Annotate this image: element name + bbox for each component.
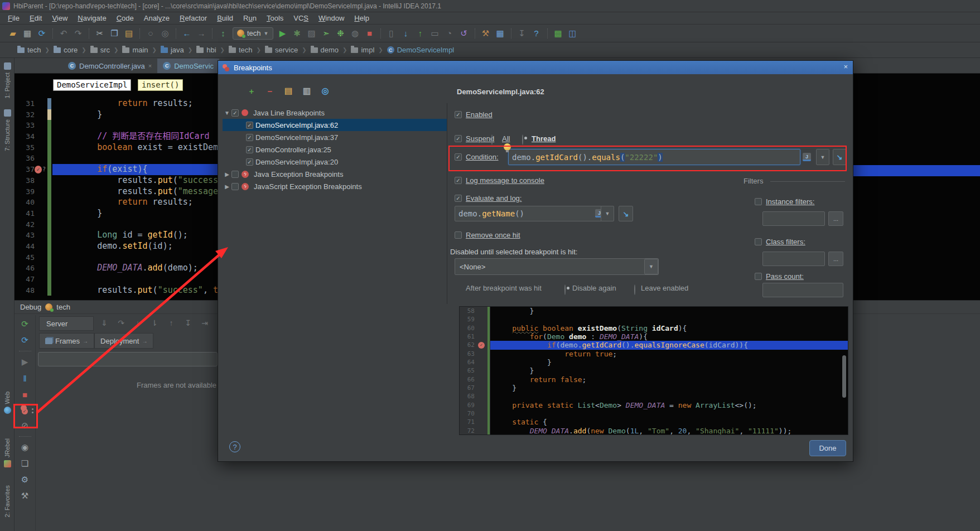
line-number[interactable]: 59 bbox=[460, 315, 476, 324]
line-number[interactable]: 63 bbox=[460, 350, 476, 358]
scrollbar-thumb[interactable] bbox=[842, 355, 846, 398]
chevron-collapsed-icon[interactable]: ▶ bbox=[223, 171, 231, 177]
menu-item-help[interactable]: Help bbox=[350, 13, 374, 23]
sidebar-item-web[interactable]: Web bbox=[0, 392, 15, 414]
line-number[interactable]: 34 bbox=[15, 131, 35, 142]
disabled-until-select[interactable]: <None> bbox=[455, 258, 659, 275]
dialog-title-bar[interactable]: Breakpoints × bbox=[218, 61, 853, 74]
step-into-icon[interactable]: ↓ bbox=[132, 317, 144, 329]
pass-count-input[interactable] bbox=[762, 283, 843, 297]
line-number[interactable]: 37 bbox=[15, 164, 35, 175]
undo-icon[interactable]: ↶ bbox=[56, 27, 71, 40]
help-button[interactable]: ? bbox=[229, 441, 240, 452]
line-number[interactable]: 31 bbox=[15, 98, 35, 109]
tree-checkbox[interactable] bbox=[231, 183, 239, 190]
menu-item-edit[interactable]: Edit bbox=[25, 13, 46, 23]
rerun-icon[interactable]: ⟳ bbox=[19, 318, 31, 330]
tab-frames[interactable]: Frames→ bbox=[39, 333, 94, 349]
line-number[interactable]: 67 bbox=[460, 384, 476, 392]
line-number[interactable]: 42 bbox=[15, 219, 35, 230]
instance-filters-checkbox[interactable] bbox=[755, 198, 762, 205]
group-by-file-icon[interactable]: ▤ bbox=[283, 85, 294, 96]
line-number[interactable]: 32 bbox=[15, 109, 35, 120]
run-to-cursor-icon[interactable]: ⇥ bbox=[199, 317, 211, 329]
breadcrumb-item-demo[interactable]: demo bbox=[309, 45, 341, 55]
line-number[interactable]: 47 bbox=[15, 274, 35, 285]
sort-lines-icon[interactable]: ↕ bbox=[216, 27, 230, 40]
find-icon[interactable]: ◌ bbox=[143, 27, 158, 40]
pause-icon[interactable]: ‖ bbox=[19, 373, 31, 384]
resume-icon[interactable]: ▶ bbox=[19, 356, 31, 368]
sidebar-item-structure[interactable]: 7: Structure bbox=[0, 109, 15, 151]
sidebar-item-jrebel[interactable]: JRebel bbox=[0, 438, 15, 467]
menu-item-code[interactable]: Code bbox=[112, 13, 138, 23]
suspend-thread-radio[interactable] bbox=[522, 134, 523, 145]
coverage-icon[interactable]: ▨ bbox=[305, 27, 319, 40]
close-icon[interactable]: × bbox=[148, 62, 152, 69]
tree-row-demoserviceimpl-java-20[interactable]: ✓DemoServiceImpl.java:20 bbox=[223, 156, 447, 168]
evaluate-checkbox[interactable]: ✓ bbox=[455, 195, 462, 202]
breakpoint-code-preview[interactable]: 58 }5960 public boolean existDemo(String… bbox=[459, 306, 848, 435]
group-by-package-icon[interactable]: ◎ bbox=[320, 85, 331, 96]
tree-checkbox[interactable]: ✓ bbox=[246, 122, 253, 129]
remove-breakpoint-icon[interactable]: − bbox=[264, 85, 276, 96]
tree-checkbox[interactable]: ✓ bbox=[231, 109, 239, 117]
line-number[interactable]: 68 bbox=[460, 392, 476, 400]
save-icon[interactable]: ▦ bbox=[20, 27, 35, 40]
tab-demoserviceimpl[interactable]: C DemoServic bbox=[157, 59, 219, 73]
run-config-select[interactable]: tech▼ bbox=[233, 27, 273, 40]
run-icon[interactable]: ▶ bbox=[276, 27, 290, 40]
tree-row-java-exception-breakpoints[interactable]: ▶ϟJava Exception Breakpoints bbox=[223, 168, 447, 180]
device-icon[interactable]: ▯ bbox=[384, 27, 399, 40]
completion-hint-method[interactable]: insert() bbox=[138, 79, 183, 91]
breadcrumb-item-service[interactable]: service bbox=[263, 45, 300, 55]
line-number[interactable]: 38 bbox=[15, 175, 35, 186]
breadcrumb-item-tech[interactable]: tech bbox=[227, 45, 254, 55]
expand-editor-icon[interactable]: ↘ bbox=[619, 206, 633, 221]
thread-dump-icon[interactable]: ◉ bbox=[19, 442, 31, 453]
line-number[interactable]: 69 bbox=[460, 401, 476, 409]
sidebar-item-project[interactable]: 1: Project bbox=[0, 62, 15, 98]
line-number[interactable]: 60 bbox=[460, 324, 476, 332]
plugin-icon[interactable]: ▩ bbox=[551, 27, 566, 40]
step-over-icon[interactable]: ↷ bbox=[115, 317, 127, 329]
class-filters-input[interactable] bbox=[762, 252, 825, 266]
line-number[interactable]: 39 bbox=[15, 186, 35, 197]
settings-wrench-icon[interactable]: ⚒ bbox=[479, 27, 493, 40]
line-number[interactable]: 35 bbox=[15, 142, 35, 153]
enabled-checkbox[interactable]: ✓ bbox=[455, 111, 462, 118]
menu-item-refactor[interactable]: Refactor bbox=[175, 13, 211, 23]
sync-icon[interactable]: ⟳ bbox=[35, 27, 49, 40]
evaluate-input[interactable]: demo.getName() bbox=[455, 206, 614, 221]
instance-filters-more-button[interactable]: ... bbox=[828, 211, 843, 226]
remove-once-checkbox[interactable] bbox=[455, 231, 462, 239]
line-number[interactable]: 45 bbox=[15, 252, 35, 263]
menu-item-tools[interactable]: Tools bbox=[262, 13, 288, 23]
jrebel-run-icon[interactable]: ➣ bbox=[319, 27, 334, 40]
breadcrumb-item-hbi[interactable]: hbi bbox=[195, 45, 218, 55]
tree-checkbox[interactable] bbox=[231, 171, 239, 178]
project-structure-icon[interactable]: ▦ bbox=[493, 27, 508, 40]
idea-jump-icon[interactable]: ◫ bbox=[566, 27, 580, 40]
line-number[interactable]: 58 bbox=[460, 307, 476, 315]
chevron-collapsed-icon[interactable]: ▶ bbox=[223, 184, 231, 190]
cut-icon[interactable]: ✂ bbox=[93, 27, 107, 40]
breadcrumb-item-tech[interactable]: tech bbox=[16, 45, 43, 55]
shelve-icon[interactable]: ▭ bbox=[428, 27, 442, 40]
tree-row-demoserviceimpl-java-62[interactable]: ✓DemoServiceImpl.java:62 bbox=[223, 119, 447, 131]
line-number[interactable]: 64 bbox=[460, 358, 476, 366]
tree-checkbox[interactable]: ✓ bbox=[246, 146, 253, 153]
menu-item-run[interactable]: Run bbox=[239, 13, 261, 23]
line-number[interactable]: 66 bbox=[460, 375, 476, 384]
frames-combo[interactable] bbox=[38, 352, 218, 366]
chevron-down-icon[interactable]: ▼ bbox=[644, 259, 658, 274]
line-number[interactable]: 33 bbox=[15, 120, 35, 131]
done-button[interactable]: Done bbox=[809, 440, 846, 456]
tree-row-javascript-exception-breakpoints[interactable]: ▶ϟJavaScript Exception Breakpoints bbox=[223, 180, 447, 192]
menu-item-view[interactable]: View bbox=[47, 13, 72, 23]
revert-icon[interactable]: ↺ bbox=[457, 27, 471, 40]
jrebel-debug-icon[interactable]: ❉ bbox=[334, 27, 348, 40]
log-message-checkbox[interactable]: ✓ bbox=[455, 177, 462, 184]
breadcrumb-item-main[interactable]: main bbox=[120, 45, 149, 55]
menu-item-file[interactable]: File bbox=[3, 13, 24, 23]
